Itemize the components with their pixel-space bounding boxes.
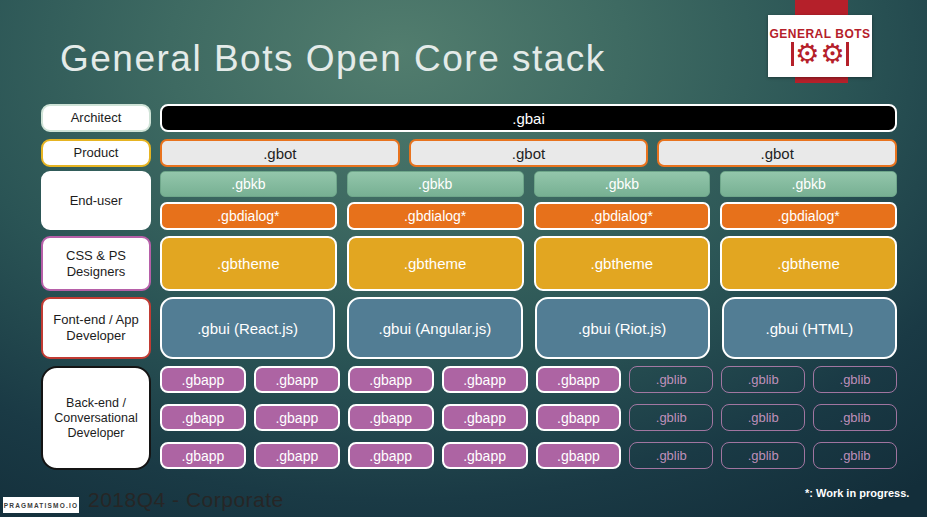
- row-gbdialog: .gbdialog* .gbdialog* .gbdialog* .gbdial…: [160, 202, 897, 230]
- gbapp-box: .gbapp: [348, 366, 434, 393]
- gbkb-box: .gbkb: [720, 171, 897, 197]
- gbapp-box: .gbapp: [348, 442, 434, 469]
- gblib-box: .gblib: [629, 404, 713, 431]
- gbkb-box: .gbkb: [347, 171, 524, 197]
- work-in-progress-footnote: *: Work in progress.: [805, 487, 909, 499]
- gbot-box: .gbot: [160, 139, 400, 167]
- gblib-box: .gblib: [629, 366, 713, 393]
- gblib-box: .gblib: [813, 404, 897, 431]
- gbapp-box: .gbapp: [160, 442, 246, 469]
- gbapp-box: .gbapp: [254, 404, 340, 431]
- gblib-box: .gblib: [813, 366, 897, 393]
- gbui-angular-box: .gbui (Angular.js): [347, 297, 522, 359]
- row-gbot: .gbot .gbot .gbot: [160, 139, 897, 167]
- gbdialog-box: .gbdialog*: [534, 202, 711, 230]
- gbapp-box: .gbapp: [254, 366, 340, 393]
- gblib-box: .gblib: [721, 442, 805, 469]
- logo-bar-right: [846, 42, 849, 66]
- gbot-box: .gbot: [657, 139, 897, 167]
- gbai-box: .gbai: [160, 104, 897, 132]
- gbdialog-box: .gbdialog*: [347, 202, 524, 230]
- gbtheme-box: .gbtheme: [347, 236, 524, 291]
- gear-icon: ⚙: [821, 42, 845, 66]
- row-label-product: Product: [41, 139, 151, 167]
- gbapp-box: .gbapp: [160, 366, 246, 393]
- gbdialog-box: .gbdialog*: [720, 202, 897, 230]
- gbui-html-box: .gbui (HTML): [722, 297, 897, 359]
- gear-icon: ⚙: [795, 42, 819, 66]
- gbot-box: .gbot: [409, 139, 649, 167]
- gblib-box: .gblib: [629, 442, 713, 469]
- gbapp-box: .gbapp: [536, 442, 622, 469]
- row-gbtheme: .gbtheme .gbtheme .gbtheme .gbtheme: [160, 236, 897, 291]
- logo-gears: ⚙ ⚙: [791, 42, 848, 66]
- gbapp-box: .gbapp: [442, 366, 528, 393]
- page-title: General Bots Open Core stack: [60, 38, 606, 80]
- row-label-end-user: End-user: [41, 171, 151, 230]
- gbapp-box: .gbapp: [442, 442, 528, 469]
- gbkb-box: .gbkb: [160, 171, 337, 197]
- row-label-designers: CSS & PS Designers: [41, 236, 151, 291]
- logo-brand-text: GENERAL BOTS: [769, 27, 870, 41]
- logo-bar-left: [791, 42, 794, 66]
- row-gbui: .gbui (React.js) .gbui (Angular.js) .gbu…: [160, 297, 897, 359]
- gbapp-box: .gbapp: [536, 404, 622, 431]
- gbdialog-box: .gbdialog*: [160, 202, 337, 230]
- row-label-backend-developer: Back-end / Conversational Developer: [41, 366, 151, 470]
- row-label-frontend-developer: Font-end / App Developer: [41, 297, 151, 359]
- row-label-architect: Architect: [41, 104, 151, 132]
- row-backend-3: .gbapp .gbapp .gbapp .gbapp .gbapp .gbli…: [160, 442, 897, 469]
- gbui-react-box: .gbui (React.js): [160, 297, 335, 359]
- gblib-box: .gblib: [813, 442, 897, 469]
- gbapp-box: .gbapp: [348, 404, 434, 431]
- row-gbkb: .gbkb .gbkb .gbkb .gbkb: [160, 171, 897, 197]
- pragmatismo-logo: PRAGMATISMO.IO: [3, 497, 79, 513]
- gbapp-box: .gbapp: [254, 442, 340, 469]
- gbapp-box: .gbapp: [160, 404, 246, 431]
- gbtheme-box: .gbtheme: [720, 236, 897, 291]
- gblib-box: .gblib: [721, 366, 805, 393]
- slide-canvas: General Bots Open Core stack GENERAL BOT…: [0, 0, 927, 517]
- gbtheme-box: .gbtheme: [160, 236, 337, 291]
- gbtheme-box: .gbtheme: [534, 236, 711, 291]
- gblib-box: .gblib: [721, 404, 805, 431]
- gbapp-box: .gbapp: [442, 404, 528, 431]
- row-backend-1: .gbapp .gbapp .gbapp .gbapp .gbapp .gbli…: [160, 366, 897, 393]
- gbkb-box: .gbkb: [534, 171, 711, 197]
- footer-edition-text: 2018Q4 - Corporate: [88, 488, 284, 512]
- row-backend-2: .gbapp .gbapp .gbapp .gbapp .gbapp .gbli…: [160, 404, 897, 431]
- row-gbai: .gbai: [160, 104, 897, 132]
- general-bots-logo: GENERAL BOTS ⚙ ⚙: [768, 15, 872, 77]
- gbapp-box: .gbapp: [536, 366, 622, 393]
- gbui-riot-box: .gbui (Riot.js): [535, 297, 710, 359]
